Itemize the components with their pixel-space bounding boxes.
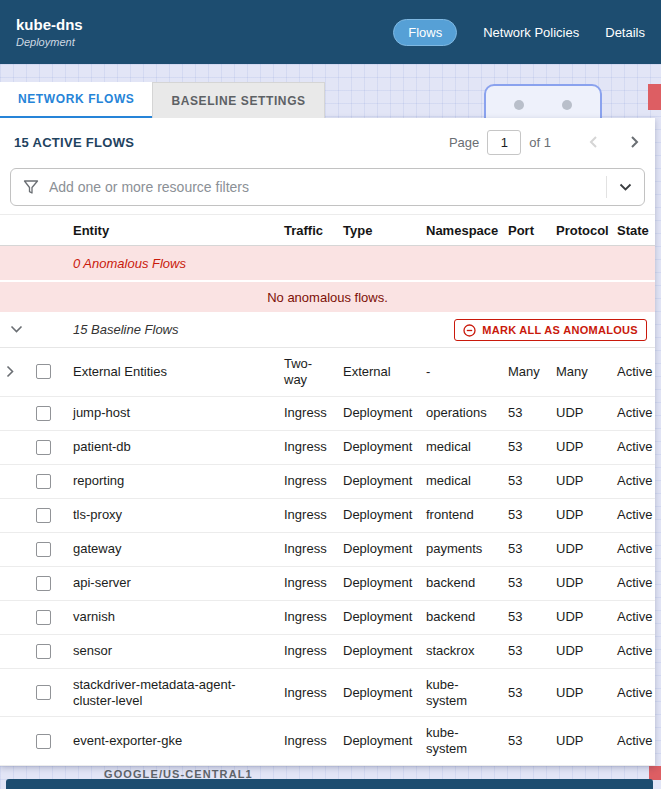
anomalous-flows-count: 0 Anomalous Flows [66, 256, 655, 271]
protocol-cell: UDP [556, 431, 617, 463]
flows-tabs: NETWORK FLOWS BASELINE SETTINGS [0, 82, 325, 118]
row-checkbox[interactable] [36, 610, 51, 625]
anomalous-marker [649, 766, 661, 780]
row-checkbox[interactable] [36, 576, 51, 591]
namespace-cell: medical [426, 465, 508, 497]
checkbox-cell [32, 356, 66, 387]
type-cell: Deployment [343, 499, 426, 531]
expand-caret-cell[interactable] [0, 541, 32, 557]
active-flows-count: 15 ACTIVE FLOWS [14, 135, 134, 150]
nav-tab-network-policies[interactable]: Network Policies [483, 25, 579, 40]
tab-baseline-settings[interactable]: BASELINE SETTINGS [152, 82, 324, 118]
nav-tab-flows[interactable]: Flows [393, 19, 457, 46]
checkbox-cell [32, 398, 66, 429]
resource-filter-bar[interactable] [10, 168, 645, 206]
traffic-cell: Ingress [284, 635, 343, 667]
row-checkbox[interactable] [36, 474, 51, 489]
expand-caret-cell[interactable] [0, 575, 32, 591]
app-header: kube-dns Deployment Flows Network Polici… [0, 0, 661, 64]
mark-all-as-anomalous-button[interactable]: MARK ALL AS ANOMALOUS [454, 319, 647, 341]
anomalous-flows-section-header: 0 Anomalous Flows [0, 246, 655, 280]
traffic-cell: Two-way [284, 348, 343, 396]
row-checkbox[interactable] [36, 508, 51, 523]
port-cell: 53 [508, 465, 556, 497]
column-header-state: State [617, 223, 655, 238]
table-row[interactable]: External Entities Two-way External - Man… [0, 348, 655, 397]
port-cell: 53 [508, 677, 556, 709]
expand-caret-cell[interactable] [0, 643, 32, 659]
filter-dropdown-toggle[interactable] [619, 183, 632, 192]
row-checkbox[interactable] [36, 542, 51, 557]
graph-node-dot[interactable] [514, 100, 524, 110]
traffic-cell: Ingress [284, 567, 343, 599]
entity-cell: api-server [66, 567, 284, 599]
table-body: External Entities Two-way External - Man… [0, 348, 655, 766]
expand-caret-cell[interactable] [0, 473, 32, 489]
header-nav: Flows Network Policies Details [393, 19, 645, 46]
chevron-right-icon [6, 365, 15, 378]
port-cell: 53 [508, 601, 556, 633]
port-cell: Many [508, 356, 556, 388]
state-cell: Active [617, 567, 661, 599]
collapse-baseline-button[interactable] [0, 325, 32, 334]
expand-caret-cell[interactable] [0, 609, 32, 625]
checkbox-cell [32, 568, 66, 599]
entity-title-block: kube-dns Deployment [16, 16, 83, 48]
type-cell: Deployment [343, 431, 426, 463]
type-cell: Deployment [343, 635, 426, 667]
table-row[interactable]: patient-db Ingress Deployment medical 53… [0, 431, 655, 465]
filter-funnel-icon [23, 179, 39, 195]
table-header-row: Entity Traffic Type Namespace Port Proto… [0, 214, 655, 246]
table-row[interactable]: reporting Ingress Deployment medical 53 … [0, 465, 655, 499]
page-input[interactable] [487, 130, 521, 155]
table-row[interactable]: varnish Ingress Deployment backend 53 UD… [0, 601, 655, 635]
protocol-cell: UDP [556, 397, 617, 429]
graph-node-dot[interactable] [562, 100, 572, 110]
entity-cell: event-exporter-gke [66, 725, 284, 757]
checkbox-cell [32, 636, 66, 667]
expand-caret-cell[interactable] [0, 507, 32, 523]
expand-caret-cell[interactable] [0, 357, 32, 386]
row-checkbox[interactable] [36, 644, 51, 659]
entity-cell: varnish [66, 601, 284, 633]
table-row[interactable]: tls-proxy Ingress Deployment frontend 53… [0, 499, 655, 533]
table-row[interactable]: event-exporter-gke Ingress Deployment ku… [0, 717, 655, 766]
entity-cell: jump-host [66, 397, 284, 429]
row-checkbox[interactable] [36, 734, 51, 749]
checkbox-cell [32, 534, 66, 565]
protocol-cell: UDP [556, 465, 617, 497]
filter-input[interactable] [49, 179, 596, 195]
expand-caret-cell[interactable] [0, 733, 32, 749]
expand-caret-cell[interactable] [0, 405, 32, 421]
row-checkbox[interactable] [36, 440, 51, 455]
port-cell: 53 [508, 725, 556, 757]
tab-network-flows[interactable]: NETWORK FLOWS [0, 82, 152, 118]
row-checkbox[interactable] [36, 364, 51, 379]
namespace-cell: kube-system [426, 669, 508, 717]
table-row[interactable]: jump-host Ingress Deployment operations … [0, 397, 655, 431]
nav-tab-details[interactable]: Details [605, 25, 645, 40]
chevron-down-icon [619, 183, 632, 192]
row-checkbox[interactable] [36, 685, 51, 700]
table-row[interactable]: stackdriver-metadata-agent-cluster-level… [0, 669, 655, 718]
table-row[interactable]: api-server Ingress Deployment backend 53… [0, 567, 655, 601]
column-header-protocol: Protocol [556, 223, 617, 238]
namespace-cell: medical [426, 431, 508, 463]
table-row[interactable]: sensor Ingress Deployment stackrox 53 UD… [0, 635, 655, 669]
page-of-label: of 1 [529, 135, 551, 150]
traffic-cell: Ingress [284, 725, 343, 757]
port-cell: 53 [508, 499, 556, 531]
flows-panel: 15 ACTIVE FLOWS Page of 1 [0, 118, 655, 766]
row-checkbox[interactable] [36, 406, 51, 421]
state-cell: Active [617, 677, 661, 709]
previous-page-button[interactable] [587, 135, 601, 149]
expand-caret-cell[interactable] [0, 439, 32, 455]
table-row[interactable]: gateway Ingress Deployment payments 53 U… [0, 533, 655, 567]
type-cell: External [343, 356, 426, 388]
checkbox-cell [32, 677, 66, 708]
namespace-cell: kube-system [426, 717, 508, 765]
baseline-flows-count: 15 Baseline Flows [73, 322, 179, 337]
next-page-button[interactable] [627, 135, 641, 149]
expand-caret-cell[interactable] [0, 685, 32, 701]
anomalous-marker [648, 84, 661, 110]
